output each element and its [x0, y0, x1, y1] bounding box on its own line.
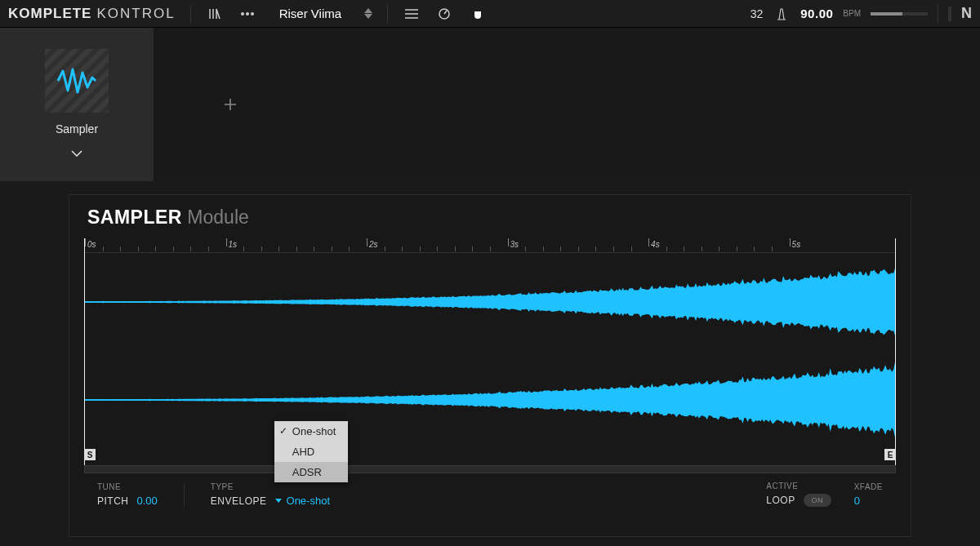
- dial-icon[interactable]: [435, 5, 453, 23]
- menu-item-label: AHD: [292, 446, 314, 458]
- module-thumbnail: [45, 49, 109, 113]
- envelope-label: ENVELOPE: [211, 495, 267, 507]
- time-ruler[interactable]: 0s1s2s3s4s5s: [85, 238, 895, 253]
- bpm-label: BPM: [843, 9, 861, 18]
- xfade-group: XFADE 0: [854, 482, 883, 507]
- tune-group-label: TUNE: [97, 482, 158, 491]
- volume-slider[interactable]: [871, 12, 928, 16]
- xfade-label: XFADE: [854, 482, 883, 491]
- envelope-menu-item[interactable]: AHD: [274, 442, 348, 462]
- sampler-panel: SAMPLER Module 0s1s2s3s4s5s S E TUNE PIT…: [69, 194, 911, 537]
- xfade-value[interactable]: 0: [854, 495, 860, 507]
- dropdown-caret-icon: [275, 499, 282, 503]
- module-name: Sampler: [56, 122, 98, 135]
- end-marker[interactable]: E: [884, 449, 896, 460]
- horizontal-scrollbar[interactable]: [84, 465, 896, 473]
- add-module-button[interactable]: [154, 28, 307, 181]
- ruler-tick-label: 4s: [648, 240, 660, 249]
- svg-point-0: [241, 12, 244, 16]
- waveform-left: [85, 253, 895, 351]
- preset-stepper[interactable]: [364, 8, 372, 19]
- tune-group: TUNE PITCH 0.00: [97, 482, 158, 507]
- top-bar: KOMPLETE KONTROL Riser Viima 32 90.00 BP…: [0, 0, 980, 28]
- ni-logo-icon: N: [961, 5, 972, 22]
- check-icon: ✓: [279, 425, 287, 437]
- metronome-icon[interactable]: [773, 5, 791, 23]
- separator: [387, 5, 388, 23]
- time-sig[interactable]: 32: [751, 7, 764, 20]
- module-strip: Sampler: [0, 28, 980, 181]
- start-marker[interactable]: S: [84, 449, 96, 460]
- active-label: ACTIVE: [766, 482, 831, 491]
- library-icon[interactable]: [206, 5, 224, 23]
- loop-toggle[interactable]: ON: [804, 494, 831, 507]
- envelope-type-dropdown[interactable]: One-shot: [275, 495, 330, 507]
- panel-title-thin: Module: [187, 206, 248, 228]
- preset-name[interactable]: Riser Viima: [271, 7, 350, 20]
- ruler-tick-label: 5s: [790, 240, 801, 249]
- loop-markers: S E: [85, 449, 895, 464]
- panel-title: SAMPLER Module: [69, 195, 911, 235]
- chevron-down-icon[interactable]: [71, 145, 82, 160]
- bpm-value[interactable]: 90.00: [800, 7, 833, 20]
- waveform-display[interactable]: [85, 253, 895, 449]
- svg-point-2: [251, 12, 254, 16]
- panel-title-bold: SAMPLER: [87, 206, 182, 228]
- pitch-value[interactable]: 0.00: [137, 495, 158, 507]
- separator: [938, 5, 938, 23]
- separator: [184, 483, 185, 506]
- waveform-area: 0s1s2s3s4s5s S E: [84, 238, 896, 465]
- ruler-tick-label: 0s: [85, 240, 96, 249]
- logo-bold: KOMPLETE: [8, 6, 91, 22]
- envelope-type-value: One-shot: [287, 495, 330, 507]
- loop-label: LOOP: [766, 495, 795, 506]
- params-row: TUNE PITCH 0.00 TYPE ENVELOPE One-shot ✓…: [69, 473, 911, 522]
- envelope-menu-item[interactable]: ADSR: [274, 462, 348, 482]
- vu-meter: [948, 7, 951, 21]
- menu-item-label: ADSR: [292, 466, 322, 478]
- menu-item-label: One-shot: [292, 425, 336, 437]
- separator: [190, 5, 191, 23]
- topbar-right: 32 90.00 BPM N: [751, 5, 972, 23]
- plugin-icon[interactable]: [468, 5, 486, 23]
- more-icon[interactable]: [238, 5, 256, 23]
- envelope-group-label: TYPE: [211, 482, 330, 491]
- list-icon[interactable]: [403, 5, 421, 23]
- envelope-menu-item[interactable]: ✓One-shot: [274, 421, 348, 442]
- ruler-tick-label: 2s: [367, 240, 378, 249]
- module-tile-sampler[interactable]: Sampler: [0, 28, 154, 181]
- ruler-tick-label: 3s: [508, 240, 519, 249]
- logo-thin: KONTROL: [96, 6, 175, 22]
- envelope-group: TYPE ENVELOPE One-shot ✓One-shotAHDADSR: [211, 482, 330, 507]
- ruler-tick-label: 1s: [226, 240, 238, 249]
- pitch-label: PITCH: [97, 495, 129, 507]
- waveform-right: [85, 351, 895, 449]
- app-logo: KOMPLETE KONTROL: [8, 6, 176, 22]
- loop-group: ACTIVE LOOP ON: [766, 482, 831, 507]
- svg-point-1: [246, 12, 249, 16]
- envelope-type-menu[interactable]: ✓One-shotAHDADSR: [274, 421, 348, 482]
